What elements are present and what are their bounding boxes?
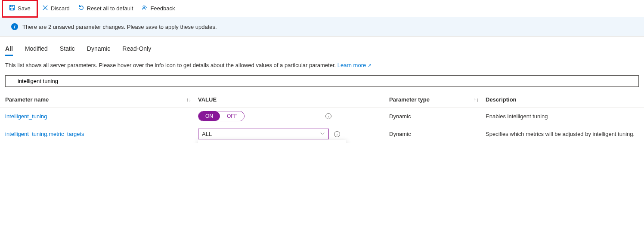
sort-icon: ↑↓ bbox=[186, 97, 191, 103]
save-label: Save bbox=[18, 5, 31, 12]
header-desc-label: Description bbox=[486, 96, 517, 103]
param-desc: Enables intelligent tuning bbox=[486, 113, 639, 120]
reset-button[interactable]: Reset all to default bbox=[74, 2, 138, 15]
dropdown-field[interactable]: ALL bbox=[198, 129, 329, 139]
command-bar: Save Discard Reset all to default Feedba… bbox=[0, 0, 644, 17]
param-name-link[interactable]: intelligent_tuning.metric_targets bbox=[5, 131, 84, 137]
svg-rect-1 bbox=[11, 5, 13, 7]
sort-icon: ↑↓ bbox=[474, 97, 479, 103]
tab-static[interactable]: Static bbox=[60, 45, 75, 56]
tab-readonly[interactable]: Read-Only bbox=[122, 45, 151, 56]
dropdown-selected: ALL bbox=[202, 131, 212, 137]
tab-modified[interactable]: Modified bbox=[25, 45, 48, 56]
info-icon[interactable]: i bbox=[325, 113, 331, 119]
header-type-label: Parameter type bbox=[389, 96, 430, 103]
on-off-toggle[interactable]: ON OFF bbox=[198, 111, 245, 121]
svg-point-5 bbox=[143, 6, 145, 7]
feedback-icon bbox=[142, 5, 148, 12]
learn-more-label: Learn more bbox=[337, 62, 366, 68]
feedback-label: Feedback bbox=[150, 5, 175, 12]
grid-header-row: Parameter name ↑↓ VALUE Parameter type ↑… bbox=[0, 92, 644, 108]
reset-label: Reset all to default bbox=[87, 5, 133, 12]
description-text: This list shows all server parameters. P… bbox=[0, 56, 644, 75]
svg-point-6 bbox=[146, 8, 147, 8]
metric-targets-dropdown[interactable]: ALL STORAGE-BGWRITER_DELAYSTORAGE-CHECKP… bbox=[198, 129, 329, 139]
chevron-down-icon bbox=[320, 131, 325, 137]
dropdown-menu: STORAGE-BGWRITER_DELAYSTORAGE-CHECKPOINT… bbox=[198, 140, 346, 143]
header-value-label: VALUE bbox=[198, 96, 217, 103]
parameter-grid: Parameter name ↑↓ VALUE Parameter type ↑… bbox=[0, 92, 644, 143]
search-input[interactable] bbox=[5, 75, 639, 87]
dropdown-option[interactable]: STORAGE-BGWRITER_DELAY bbox=[198, 142, 346, 143]
table-row: intelligent_tuning ON OFF i Dynamic Enab… bbox=[0, 108, 644, 125]
tab-dynamic[interactable]: Dynamic bbox=[87, 45, 110, 56]
table-row: intelligent_tuning.metric_targets ALL ST… bbox=[0, 125, 644, 143]
save-highlight-box: Save bbox=[2, 0, 38, 18]
discard-icon bbox=[42, 5, 48, 12]
subtext-body: This list shows all server parameters. P… bbox=[5, 62, 337, 68]
svg-rect-2 bbox=[11, 8, 14, 10]
banner-text: There are 2 unsaved parameter changes. P… bbox=[22, 24, 217, 30]
learn-more-link[interactable]: Learn more ↗ bbox=[337, 62, 372, 68]
save-button[interactable]: Save bbox=[5, 2, 35, 15]
feedback-button[interactable]: Feedback bbox=[137, 2, 179, 15]
discard-label: Discard bbox=[51, 5, 70, 12]
filter-tabs: All Modified Static Dynamic Read-Only bbox=[0, 37, 644, 56]
param-name-link[interactable]: intelligent_tuning bbox=[5, 113, 47, 120]
info-icon[interactable]: i bbox=[334, 131, 340, 137]
tab-all[interactable]: All bbox=[5, 45, 13, 56]
header-value: VALUE bbox=[198, 96, 389, 103]
param-type: Dynamic bbox=[389, 131, 486, 137]
param-type: Dynamic bbox=[389, 113, 486, 120]
header-parameter-type[interactable]: Parameter type ↑↓ bbox=[389, 96, 486, 103]
header-parameter-name[interactable]: Parameter name ↑↓ bbox=[5, 96, 198, 103]
reset-icon bbox=[78, 5, 84, 12]
toggle-on: ON bbox=[198, 111, 220, 121]
discard-button[interactable]: Discard bbox=[38, 2, 74, 15]
search-container bbox=[5, 75, 639, 87]
unsaved-changes-banner: i There are 2 unsaved parameter changes.… bbox=[0, 17, 644, 37]
header-description: Description bbox=[486, 96, 639, 103]
toggle-off: OFF bbox=[220, 111, 244, 121]
info-icon: i bbox=[11, 23, 18, 30]
header-name-label: Parameter name bbox=[5, 96, 49, 103]
save-icon bbox=[9, 5, 15, 12]
external-link-icon: ↗ bbox=[368, 63, 372, 68]
param-desc: Specifies which metrics will be adjusted… bbox=[486, 131, 639, 137]
